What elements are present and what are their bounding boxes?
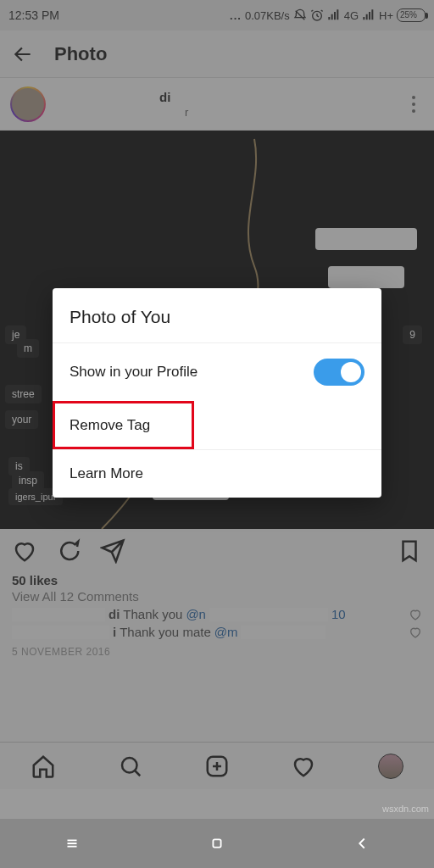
- username-block[interactable]: di r: [56, 89, 393, 119]
- comment-icon[interactable]: [56, 538, 81, 564]
- photo-tag[interactable]: your: [5, 410, 38, 429]
- redacted-bar: [56, 89, 158, 104]
- svg-point-2: [122, 758, 137, 773]
- view-comments-link[interactable]: View All 12 Comments: [0, 587, 434, 605]
- alarm-icon: [310, 8, 324, 22]
- row-label: Learn More: [70, 465, 143, 482]
- signal-icon-2: [362, 8, 376, 22]
- like-comment-icon[interactable]: [409, 608, 422, 621]
- more-dots-icon: [230, 9, 242, 22]
- android-nav-bar: [0, 819, 434, 868]
- svg-rect-4: [213, 839, 220, 847]
- status-right: 0.07KB/s 4G H+ 25%: [230, 8, 426, 22]
- bottom-nav: [0, 742, 434, 789]
- back-nav-icon[interactable]: [353, 834, 371, 853]
- photo-tag[interactable]: insp: [12, 471, 44, 490]
- signal-icon: [327, 8, 341, 22]
- redacted-bar: [209, 608, 328, 621]
- photo-tag[interactable]: [328, 266, 404, 288]
- watermark: wsxdn.com: [382, 804, 429, 814]
- clock: 12:53 PM: [8, 8, 59, 22]
- post-date: 5 NOVEMBER 2016: [0, 641, 434, 663]
- redacted-bar: [12, 608, 105, 621]
- photo-tag[interactable]: m: [17, 339, 39, 358]
- dialog-title: Photo of You: [53, 288, 381, 342]
- mute-icon: [293, 8, 307, 22]
- mention-link[interactable]: @n: [186, 607, 206, 621]
- add-post-icon[interactable]: [204, 754, 230, 779]
- profile-tab-icon[interactable]: [378, 754, 403, 779]
- show-in-profile-row[interactable]: Show in your Profile: [53, 342, 381, 401]
- mention-link[interactable]: @m: [214, 625, 238, 639]
- comment-row: i Thank you mate @m: [0, 623, 434, 641]
- app-header: Photo: [0, 31, 434, 78]
- net-speed: 0.07KB/s: [245, 9, 290, 22]
- page-title: Photo: [54, 43, 107, 65]
- status-bar: 12:53 PM 0.07KB/s 4G H+ 25%: [0, 0, 434, 31]
- subtitle-suffix: r: [185, 106, 188, 119]
- row-label: Show in your Profile: [70, 364, 198, 381]
- learn-more-row[interactable]: Learn More: [53, 449, 381, 498]
- remove-tag-row[interactable]: Remove Tag: [53, 401, 194, 449]
- avatar[interactable]: [10, 86, 46, 122]
- redacted-bar: [12, 626, 109, 639]
- photo-tag[interactable]: [315, 228, 417, 250]
- post-header: di r: [0, 78, 434, 131]
- net-type-2: H+: [379, 9, 393, 22]
- activity-icon[interactable]: [291, 754, 316, 779]
- post-actions: [0, 529, 434, 573]
- screenshot-bg: [0, 789, 434, 819]
- svg-line-0: [295, 11, 304, 20]
- recents-icon[interactable]: [63, 834, 81, 853]
- row-label: Remove Tag: [70, 417, 150, 434]
- like-comment-icon[interactable]: [409, 626, 422, 639]
- share-icon[interactable]: [100, 538, 125, 564]
- redacted-bar: [241, 626, 326, 639]
- app-frame: 12:53 PM 0.07KB/s 4G H+ 25% Photo di: [0, 0, 434, 789]
- toggle-switch[interactable]: [314, 359, 364, 386]
- home-icon[interactable]: [31, 754, 56, 779]
- photo-tag[interactable]: 9: [403, 326, 422, 344]
- bookmark-icon[interactable]: [397, 538, 422, 564]
- home-nav-icon[interactable]: [208, 834, 226, 853]
- likes-count[interactable]: 50 likes: [0, 573, 434, 587]
- net-type-1: 4G: [344, 9, 359, 22]
- username-suffix: di: [159, 90, 170, 104]
- comment-row: di Thank you @n 10: [0, 605, 434, 623]
- battery-icon: 25%: [397, 8, 426, 22]
- photo-tag-dialog: Photo of You Show in your Profile Remove…: [53, 288, 381, 498]
- photo-tag[interactable]: stree: [5, 385, 42, 403]
- like-icon[interactable]: [12, 538, 37, 564]
- redacted-bar: [56, 107, 183, 119]
- back-arrow-icon[interactable]: [12, 43, 34, 65]
- more-options-icon[interactable]: [403, 94, 424, 114]
- search-icon[interactable]: [118, 754, 143, 779]
